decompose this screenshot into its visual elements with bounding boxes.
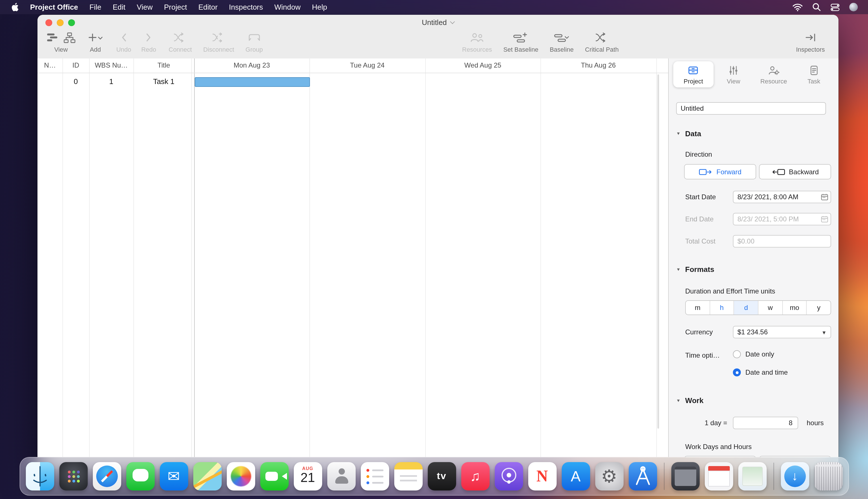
menu-inspectors[interactable]: Inspectors	[223, 3, 269, 11]
formats-section-header[interactable]: ▼ Formats	[676, 265, 831, 273]
end-date-row: End Date 8/23/ 2021, 5:00 PM	[669, 213, 839, 226]
unit-years[interactable]: y	[806, 301, 831, 315]
tab-task[interactable]: Task	[794, 61, 834, 87]
dock-notes-icon[interactable]	[394, 462, 423, 490]
day-gridline	[656, 59, 657, 469]
dock-facetime-icon[interactable]	[260, 462, 289, 490]
dock-recent-app-1-icon[interactable]	[671, 462, 699, 490]
add-task-button[interactable]: Add	[87, 31, 104, 53]
dock-contacts-icon[interactable]	[327, 462, 355, 490]
total-cost-row: Total Cost $0.00	[669, 235, 839, 247]
dock-reminders-icon[interactable]	[360, 462, 389, 490]
dropdown-arrow-icon: ▼	[821, 330, 827, 336]
dock-podcasts-icon[interactable]	[494, 462, 523, 490]
menu-project[interactable]: Project	[158, 3, 193, 11]
spotlight-search-icon[interactable]	[812, 3, 821, 11]
disclosure-triangle-icon[interactable]: ▼	[676, 267, 681, 272]
calendar-icon[interactable]	[821, 194, 828, 200]
dock-downloads-icon[interactable]	[781, 462, 809, 490]
title-chevron-icon[interactable]	[450, 19, 455, 24]
dock-safari-icon[interactable]	[93, 462, 121, 490]
dock-trash-icon[interactable]	[814, 462, 842, 490]
close-button[interactable]	[46, 19, 52, 26]
date-only-radio[interactable]	[733, 350, 741, 358]
window-content: N… ID WBS Nu… Title Mon Aug 23 Tue Aug 2…	[37, 59, 839, 469]
unit-weeks[interactable]: w	[758, 301, 782, 315]
baseline-button[interactable]: Baseline	[550, 31, 574, 53]
menu-window[interactable]: Window	[269, 3, 307, 11]
dock-system-preferences-icon[interactable]	[595, 462, 623, 490]
dock-music-icon[interactable]	[461, 462, 489, 490]
table-timeline-divider[interactable]	[194, 59, 195, 469]
menu-bar: Project Office File Edit View Project Ed…	[0, 0, 868, 14]
disclosure-triangle-icon[interactable]: ▼	[676, 398, 681, 403]
critical-path-button[interactable]: Critical Path	[585, 31, 619, 53]
end-date-field: 8/23/ 2021, 5:00 PM	[733, 213, 831, 226]
direction-label: Direction	[685, 150, 839, 158]
dock-photos-icon[interactable]	[227, 462, 255, 490]
people-icon	[470, 32, 485, 42]
set-baseline-button[interactable]: Set Baseline	[503, 31, 538, 53]
menu-edit[interactable]: Edit	[107, 3, 131, 11]
start-date-row: Start Date 8/23/ 2021, 8:00 AM	[669, 191, 839, 203]
dock-news-icon[interactable]	[528, 462, 557, 490]
start-date-field[interactable]: 8/23/ 2021, 8:00 AM	[733, 191, 831, 203]
dock-separator	[664, 463, 664, 490]
unit-hours[interactable]: h	[709, 301, 733, 315]
siri-icon[interactable]	[849, 3, 858, 11]
apple-menu[interactable]	[6, 3, 24, 11]
dock-finder-icon[interactable]	[26, 462, 54, 490]
connect-icon	[173, 32, 187, 42]
gantt-view-icon[interactable]	[47, 32, 58, 43]
dock-mail-icon[interactable]	[160, 462, 188, 490]
resources-button: Resources	[462, 31, 492, 53]
unit-minutes[interactable]: m	[686, 301, 709, 315]
vertical-scrollbar[interactable]	[657, 74, 659, 429]
toolbar-connect-label: Connect	[169, 46, 192, 53]
tab-project[interactable]: Project	[673, 61, 713, 87]
toolbar-disconnect-label: Disconnect	[203, 46, 234, 53]
project-name-input[interactable]	[676, 102, 826, 115]
hours-per-day-input[interactable]	[733, 417, 798, 429]
network-view-icon[interactable]	[64, 32, 75, 43]
control-center-icon[interactable]	[831, 3, 840, 11]
backward-label: Backward	[789, 168, 819, 176]
menu-help[interactable]: Help	[306, 3, 333, 11]
task-row[interactable]: 0 1 Task 1	[37, 73, 668, 91]
chevron-left-icon	[120, 32, 127, 42]
inspectors-toggle-button[interactable]: Inspectors	[796, 31, 825, 53]
wifi-icon[interactable]	[793, 3, 803, 11]
minimize-button[interactable]	[57, 19, 64, 26]
zoom-button[interactable]	[68, 19, 75, 26]
task-gantt-bar[interactable]	[195, 77, 310, 87]
dock-launchpad-icon[interactable]	[59, 462, 87, 490]
tab-resource[interactable]: Resource	[754, 61, 794, 87]
currency-dropdown[interactable]: $1 234.56 ▼	[733, 326, 831, 338]
dock-app-store-icon[interactable]	[561, 462, 590, 490]
unit-days[interactable]: d	[734, 301, 758, 315]
dock-maps-icon[interactable]	[193, 462, 221, 490]
hours-unit-label: hours	[807, 419, 824, 427]
dock-project-office-icon[interactable]	[628, 462, 657, 490]
toolbar-redo-label: Redo	[142, 46, 156, 53]
data-section-header[interactable]: ▼ Data	[676, 130, 831, 138]
disclosure-triangle-icon[interactable]: ▼	[676, 131, 681, 136]
forward-button[interactable]: Forward	[684, 164, 756, 179]
dock-recent-app-3-icon[interactable]	[738, 462, 766, 490]
dock-recent-app-2-icon[interactable]	[705, 462, 733, 490]
data-section-title: Data	[685, 130, 701, 138]
toolbar: View Add Undo	[37, 30, 839, 59]
work-section-header[interactable]: ▼ Work	[676, 396, 831, 405]
unit-months[interactable]: mo	[782, 301, 806, 315]
menu-app-name[interactable]: Project Office	[24, 3, 84, 11]
date-and-time-radio[interactable]	[733, 368, 741, 376]
dock-messages-icon[interactable]	[126, 462, 155, 490]
menu-view[interactable]: View	[131, 3, 158, 11]
dock-calendar-icon[interactable]: AUG 21	[293, 462, 322, 490]
menu-editor[interactable]: Editor	[193, 3, 223, 11]
dock-apple-tv-icon[interactable]	[427, 462, 456, 490]
view-toolbar-control[interactable]: View	[47, 31, 75, 53]
backward-button[interactable]: Backward	[759, 164, 831, 179]
menu-file[interactable]: File	[84, 3, 107, 11]
tab-view[interactable]: View	[713, 61, 754, 87]
